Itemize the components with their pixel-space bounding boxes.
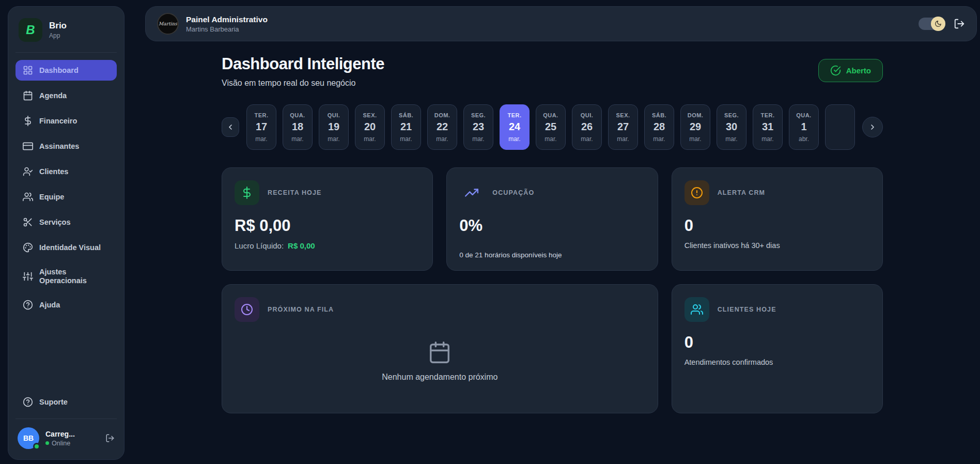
card-proximo-na-fila: PRÓXIMO NA FILA Nenhum agendamento próxi… bbox=[222, 284, 658, 413]
date-card[interactable]: SEX.20mar. bbox=[355, 104, 385, 150]
day-of-week: SEX. bbox=[363, 112, 377, 118]
date-card[interactable]: SÁB.28mar. bbox=[644, 104, 674, 150]
queue-empty-state: Nenhum agendamento próximo bbox=[235, 322, 645, 400]
status-badge-aberto[interactable]: Aberto bbox=[818, 59, 883, 82]
day-number: 20 bbox=[364, 121, 376, 133]
date-card-strip: TER.17mar. QUA.18mar. QUI.19mar. SEX.20m… bbox=[246, 104, 855, 150]
sidebar-item-ajustes-operacionais[interactable]: Ajustes Operacionais bbox=[15, 262, 117, 290]
day-number: 22 bbox=[437, 121, 448, 133]
online-label: Online bbox=[52, 440, 70, 447]
card-receita-hoje: RECEITA HOJE R$ 0,00 Lucro Líquido: R$ 0… bbox=[222, 167, 433, 271]
day-month: mar. bbox=[581, 135, 593, 143]
sidebar-item-label: Serviços bbox=[39, 218, 70, 227]
day-month: mar. bbox=[725, 135, 737, 143]
sidebar-item-label: Assinantes bbox=[39, 142, 79, 151]
barbershop-logo-text: Martins bbox=[159, 21, 177, 26]
sidebar-item-label: Dashboard bbox=[39, 66, 79, 75]
topbar-title: Painel Administrativo bbox=[186, 15, 268, 24]
sidebar-item-clientes[interactable]: Clientes bbox=[15, 161, 117, 182]
day-month: mar. bbox=[617, 135, 629, 143]
day-month: mar. bbox=[653, 135, 665, 143]
sidebar-item-suporte[interactable]: Suporte bbox=[15, 392, 117, 412]
date-card[interactable]: SEG.30mar. bbox=[717, 104, 746, 150]
help-circle-icon bbox=[23, 397, 33, 407]
date-card[interactable]: QUI.19mar. bbox=[319, 104, 349, 150]
theme-toggle[interactable] bbox=[919, 18, 944, 30]
day-of-week: QUA. bbox=[543, 112, 558, 118]
clients-today-caption: Atendimentos confirmados bbox=[685, 358, 870, 366]
brio-logo-icon: B bbox=[19, 18, 42, 42]
sidebar-item-equipe[interactable]: Equipe bbox=[15, 187, 117, 207]
day-of-week: QUI. bbox=[581, 112, 593, 118]
clients-today-value: 0 bbox=[685, 333, 870, 352]
sliders-icon bbox=[23, 271, 33, 282]
date-card[interactable]: TER.17mar. bbox=[246, 104, 276, 150]
day-of-week: TER. bbox=[761, 112, 775, 118]
day-number: 31 bbox=[762, 121, 773, 133]
sidebar-item-servicos[interactable]: Serviços bbox=[15, 212, 117, 233]
day-of-week: SÁB. bbox=[399, 112, 413, 118]
sidebar-item-dashboard[interactable]: Dashboard bbox=[15, 60, 117, 81]
date-card[interactable]: DOM.22mar. bbox=[427, 104, 457, 150]
date-card[interactable]: SÁB.21mar. bbox=[391, 104, 421, 150]
date-card-partial[interactable] bbox=[825, 104, 855, 150]
check-circle-icon bbox=[830, 65, 841, 76]
day-number: 19 bbox=[328, 121, 339, 133]
day-of-week: SEG. bbox=[471, 112, 486, 118]
help-circle-icon bbox=[23, 300, 33, 310]
scissors-icon bbox=[23, 217, 33, 227]
card-label: PRÓXIMO NA FILA bbox=[268, 306, 334, 313]
day-of-week: QUA. bbox=[796, 112, 811, 118]
card-label: RECEITA HOJE bbox=[268, 189, 322, 196]
sidebar-spacer bbox=[8, 315, 124, 392]
user-name: Carreg... bbox=[45, 430, 75, 438]
day-of-week: QUA. bbox=[290, 112, 305, 118]
sidebar-item-agenda[interactable]: Agenda bbox=[15, 85, 117, 106]
avatar-initials: BB bbox=[23, 434, 34, 442]
logout-icon[interactable] bbox=[954, 18, 965, 29]
day-number: 23 bbox=[473, 121, 484, 133]
card-label: CLIENTES HOJE bbox=[718, 306, 776, 313]
day-of-week: TER. bbox=[255, 112, 269, 118]
sidebar-item-assinantes[interactable]: Assinantes bbox=[15, 136, 117, 157]
day-month: mar. bbox=[291, 135, 303, 143]
date-card[interactable]: QUA.1abr. bbox=[789, 104, 819, 150]
date-card[interactable]: QUI.26mar. bbox=[572, 104, 602, 150]
avatar: BB bbox=[18, 427, 39, 449]
date-card[interactable]: SEG.23mar. bbox=[463, 104, 493, 150]
day-month: mar. bbox=[328, 135, 339, 143]
app-logo: B Brio App bbox=[8, 7, 124, 52]
profit-value: R$ 0,00 bbox=[288, 241, 315, 250]
day-of-week: SEX. bbox=[616, 112, 630, 118]
day-month: mar. bbox=[436, 135, 448, 143]
main-content: Dashboard Inteligente Visão em tempo rea… bbox=[125, 41, 980, 464]
date-card-selected[interactable]: TER.24mar. bbox=[500, 104, 530, 150]
day-of-week: TER. bbox=[508, 112, 522, 118]
date-carousel: TER.17mar. QUA.18mar. QUI.19mar. SEX.20m… bbox=[222, 104, 883, 150]
sidebar-item-identidade-visual[interactable]: Identidade Visual bbox=[15, 237, 117, 258]
sidebar-item-label: Equipe bbox=[39, 193, 64, 202]
moon-icon bbox=[931, 17, 945, 31]
carousel-prev-button[interactable] bbox=[222, 117, 239, 137]
sidebar-item-label: Financeiro bbox=[39, 117, 77, 126]
profit-label: Lucro Líquido: bbox=[235, 241, 284, 250]
dollar-icon bbox=[23, 116, 33, 126]
date-card[interactable]: TER.31mar. bbox=[753, 104, 783, 150]
date-card[interactable]: SEX.27mar. bbox=[608, 104, 638, 150]
day-number: 1 bbox=[801, 121, 806, 133]
sidebar-item-label: Identidade Visual bbox=[39, 243, 101, 252]
carousel-next-button[interactable] bbox=[862, 117, 883, 137]
sidebar-item-ajuda[interactable]: Ajuda bbox=[15, 295, 117, 315]
logout-icon[interactable] bbox=[105, 434, 115, 443]
day-of-week: QUI. bbox=[328, 112, 340, 118]
day-of-week: DOM. bbox=[688, 112, 703, 118]
card-clientes-hoje: CLIENTES HOJE 0 Atendimentos confirmados bbox=[672, 284, 883, 413]
date-card[interactable]: DOM.29mar. bbox=[680, 104, 710, 150]
date-card[interactable]: QUA.25mar. bbox=[536, 104, 566, 150]
palette-icon bbox=[23, 242, 33, 253]
day-number: 24 bbox=[509, 121, 520, 133]
date-card[interactable]: QUA.18mar. bbox=[283, 104, 313, 150]
sidebar-item-financeiro[interactable]: Financeiro bbox=[15, 111, 117, 131]
day-number: 21 bbox=[400, 121, 412, 133]
status-badge-label: Aberto bbox=[846, 66, 871, 75]
